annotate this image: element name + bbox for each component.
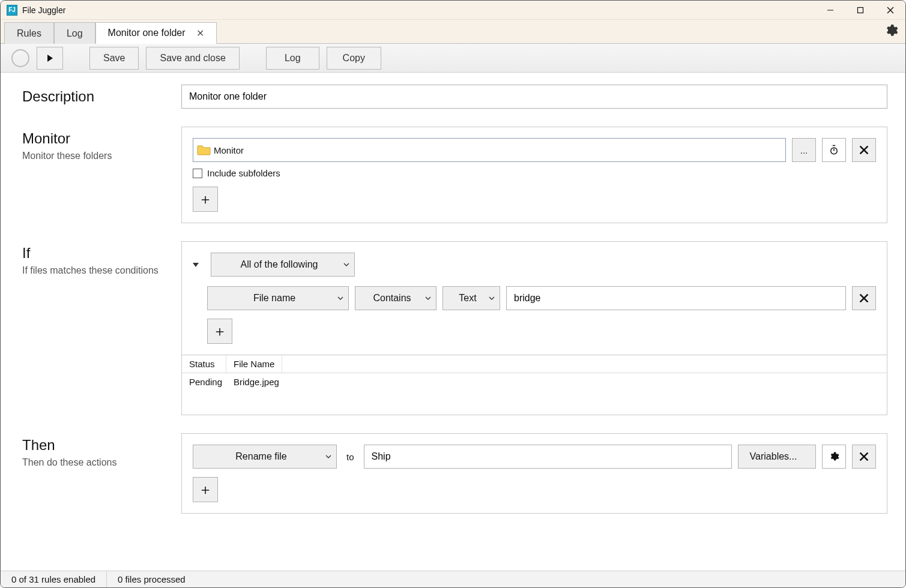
minimize-button[interactable]: [815, 1, 845, 20]
condition-value-input[interactable]: [506, 286, 846, 310]
condition-operator-select[interactable]: Contains: [355, 286, 436, 310]
section-if: If If files matches these conditions All…: [22, 241, 887, 415]
tab-rules[interactable]: Rules: [4, 22, 54, 44]
svg-rect-1: [858, 7, 863, 13]
copy-button[interactable]: Copy: [327, 47, 381, 70]
variables-button[interactable]: Variables...: [738, 445, 816, 469]
close-window-button[interactable]: [875, 1, 905, 20]
chevron-down-icon: [325, 451, 331, 462]
monitor-folder-input[interactable]: Monitor: [193, 138, 786, 162]
run-button[interactable]: [37, 47, 63, 70]
rule-enabled-toggle[interactable]: [11, 49, 29, 67]
close-icon: [859, 293, 869, 304]
browse-folder-button[interactable]: ...: [792, 138, 816, 162]
schedule-button[interactable]: [822, 138, 846, 162]
tab-bar: Rules Log Monitor one folder ✕: [1, 20, 905, 44]
action-value-input[interactable]: [364, 445, 732, 469]
select-value: File name: [253, 293, 295, 304]
chevron-down-icon: [489, 293, 495, 304]
monitor-subheading: Monitor these folders: [22, 151, 181, 161]
section-description: Description: [22, 85, 887, 109]
add-condition-button[interactable]: ＋: [207, 319, 232, 344]
select-value: Contains: [373, 293, 411, 304]
then-subheading: Then do these actions: [22, 457, 181, 468]
matches-table: Status File Name Pending Bridge.jpeg: [181, 355, 887, 415]
gear-icon: [829, 451, 839, 462]
column-filename[interactable]: File Name: [226, 355, 282, 373]
ellipsis-icon: ...: [800, 145, 808, 155]
plus-icon: ＋: [213, 322, 227, 341]
to-label: to: [343, 452, 358, 462]
status-files-processed: 0 files processed: [107, 571, 196, 588]
action-settings-button[interactable]: [822, 445, 846, 469]
select-value: Text: [459, 293, 476, 304]
description-heading: Description: [22, 88, 181, 105]
cell-status: Pending: [189, 377, 234, 387]
select-value: All of the following: [241, 259, 318, 270]
plus-icon: ＋: [198, 480, 213, 499]
section-monitor: Monitor Monitor these folders Monitor ..…: [22, 127, 887, 223]
include-subfolders-checkbox[interactable]: Include subfolders: [193, 168, 876, 178]
stopwatch-icon: [829, 145, 839, 155]
remove-action-button[interactable]: [852, 445, 876, 469]
tab-log[interactable]: Log: [54, 22, 95, 44]
app-window: FJ File Juggler Rules Log Monitor one fo…: [0, 0, 906, 588]
remove-condition-button[interactable]: [852, 286, 876, 310]
svg-rect-5: [833, 145, 836, 146]
maximize-button[interactable]: [845, 1, 875, 20]
toolbar: Save Save and close Log Copy: [1, 44, 905, 73]
remove-folder-button[interactable]: [852, 138, 876, 162]
condition-group-mode-select[interactable]: All of the following: [211, 253, 355, 277]
save-and-close-button[interactable]: Save and close: [146, 47, 239, 70]
table-row[interactable]: Pending Bridge.jpeg: [182, 373, 887, 391]
play-icon: [46, 54, 54, 62]
add-action-button[interactable]: ＋: [193, 477, 218, 502]
cell-filename: Bridge.jpeg: [234, 377, 279, 387]
tab-monitor-one-folder[interactable]: Monitor one folder ✕: [95, 22, 217, 44]
svg-marker-4: [47, 55, 53, 62]
content-area: Description Monitor Monitor these folder…: [1, 73, 905, 571]
title-bar: FJ File Juggler: [1, 1, 905, 20]
column-status[interactable]: Status: [182, 355, 226, 373]
log-button[interactable]: Log: [266, 47, 319, 70]
folder-icon: [197, 144, 211, 156]
checkbox-box: [193, 169, 202, 178]
then-heading: Then: [22, 437, 181, 454]
section-then: Then Then do these actions Rename file t…: [22, 433, 887, 514]
collapse-toggle-icon[interactable]: [193, 263, 199, 267]
monitor-folder-name: Monitor: [214, 145, 244, 155]
close-icon: [859, 451, 869, 462]
action-select[interactable]: Rename file: [193, 445, 337, 469]
include-subfolders-label: Include subfolders: [207, 168, 280, 178]
chevron-down-icon: [425, 293, 431, 304]
condition-field-select[interactable]: File name: [207, 286, 349, 310]
if-subheading: If files matches these conditions: [22, 265, 181, 276]
select-value: Rename file: [235, 451, 286, 462]
tab-label: Rules: [17, 28, 41, 39]
app-icon: FJ: [7, 5, 17, 16]
close-icon: [859, 145, 869, 155]
add-folder-button[interactable]: ＋: [193, 187, 218, 212]
monitor-heading: Monitor: [22, 130, 181, 147]
tab-close-icon[interactable]: ✕: [196, 28, 204, 39]
status-rules-enabled: 0 of 31 rules enabled: [1, 571, 107, 588]
description-input[interactable]: [181, 85, 887, 109]
gear-icon: [884, 23, 898, 38]
plus-icon: ＋: [198, 190, 213, 209]
if-heading: If: [22, 245, 181, 262]
app-title: File Juggler: [22, 5, 65, 15]
chevron-down-icon: [337, 293, 343, 304]
save-button[interactable]: Save: [89, 47, 139, 70]
status-bar: 0 of 31 rules enabled 0 files processed: [1, 571, 905, 587]
variables-label: Variables...: [750, 451, 797, 462]
condition-type-select[interactable]: Text: [442, 286, 500, 310]
tab-label: Monitor one folder: [108, 28, 186, 38]
tab-label: Log: [67, 28, 83, 39]
settings-button[interactable]: [884, 23, 898, 40]
chevron-down-icon: [343, 259, 349, 270]
